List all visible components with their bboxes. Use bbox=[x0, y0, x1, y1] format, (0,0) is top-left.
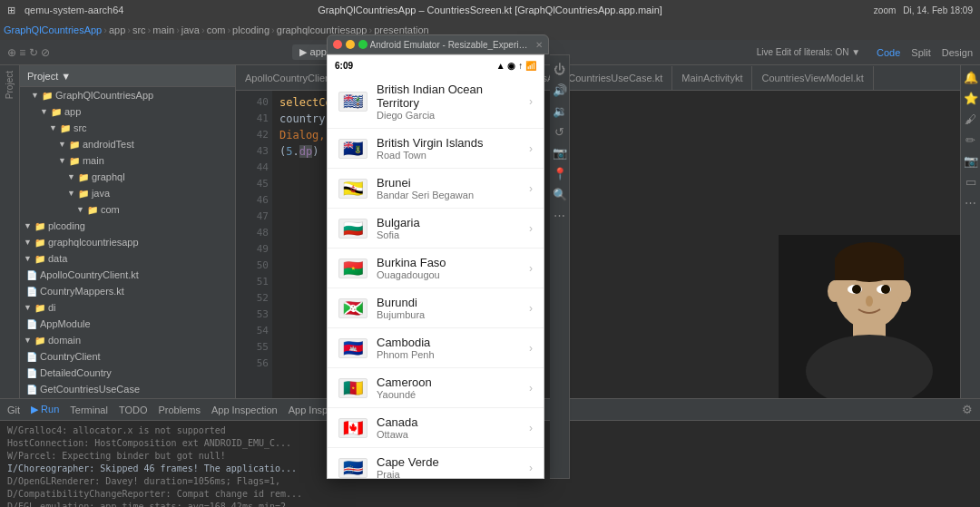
breadcrumb-item-plcoding[interactable]: plcoding bbox=[232, 24, 270, 35]
country-list-item[interactable]: 🇨🇲 Cameroon Yaoundé › bbox=[328, 368, 544, 408]
split-button[interactable]: Split bbox=[911, 47, 930, 58]
run-tab[interactable]: ▶ Run bbox=[31, 404, 59, 415]
tree-item-label: java bbox=[92, 188, 110, 199]
country-list-item[interactable]: 🇧🇬 Bulgaria Sofia › bbox=[328, 209, 544, 249]
mac-bar-right: zoom Di, 14. Feb 18:09 bbox=[874, 5, 973, 15]
bookmark-icon[interactable]: ⭐ bbox=[964, 92, 978, 105]
emulator-close-icon[interactable]: ✕ bbox=[535, 40, 543, 50]
git-tab[interactable]: Git bbox=[7, 405, 20, 415]
breadcrumb-item-com[interactable]: com bbox=[207, 24, 226, 35]
breadcrumb-item-src[interactable]: src bbox=[132, 24, 146, 35]
tree-item[interactable]: 📄ApolloCountryClient.kt bbox=[20, 267, 235, 283]
country-list-item[interactable]: 🇨🇻 Cape Verde Praia › bbox=[328, 448, 544, 479]
power-icon[interactable]: ⏻ bbox=[554, 63, 565, 76]
tree-item[interactable]: 📄CountryClient bbox=[20, 348, 235, 365]
tree-item[interactable]: ▼📁data bbox=[20, 250, 235, 267]
minimize-button[interactable] bbox=[346, 40, 355, 49]
country-chevron-icon: › bbox=[529, 422, 533, 434]
tree-item[interactable]: ▼📁graphql bbox=[20, 169, 235, 185]
project-tool-icon[interactable]: Project bbox=[5, 71, 15, 99]
todo-tab[interactable]: TODO bbox=[119, 405, 148, 415]
country-list-item[interactable]: 🇮🇴 British Indian Ocean Territory Diego … bbox=[328, 75, 544, 129]
location-icon[interactable]: 📍 bbox=[553, 167, 567, 180]
tree-item[interactable]: 📄GetCountriesUseCase bbox=[20, 381, 235, 397]
country-list-item[interactable]: 🇻🇬 British Virgin Islands Road Town › bbox=[328, 129, 544, 169]
tree-arrow: ▼ bbox=[40, 107, 48, 116]
country-name: British Virgin Islands bbox=[377, 136, 520, 150]
editor-tab[interactable]: CountriesViewModel.kt bbox=[752, 66, 873, 90]
layout-icon[interactable]: ▭ bbox=[965, 175, 976, 189]
tree-item-label: DetailedCountry bbox=[40, 367, 112, 378]
tree-item[interactable]: ▼📁domain bbox=[20, 332, 235, 348]
tree-item[interactable]: ▼📁androidTest bbox=[20, 136, 235, 152]
country-list-item[interactable]: 🇧🇫 Burkina Faso Ouagadougou › bbox=[328, 249, 544, 288]
country-list[interactable]: 🇮🇴 British Indian Ocean Territory Diego … bbox=[328, 75, 544, 479]
tree-item[interactable]: ▼📁src bbox=[20, 120, 235, 136]
breadcrumb-item-java[interactable]: java bbox=[181, 24, 200, 35]
screenshot-icon[interactable]: 📷 bbox=[553, 146, 567, 160]
more-icon[interactable]: ⋯ bbox=[965, 196, 976, 210]
tree-icon: 📁 bbox=[34, 221, 45, 231]
more-options-icon[interactable]: ⋯ bbox=[554, 209, 565, 222]
country-list-item[interactable]: 🇰🇭 Cambodia Phnom Penh › bbox=[328, 328, 544, 368]
tree-arrow: ▼ bbox=[58, 140, 66, 149]
tree-item[interactable]: ▼📁java bbox=[20, 185, 235, 201]
country-chevron-icon: › bbox=[529, 342, 533, 355]
country-capital: Bujumbura bbox=[377, 309, 520, 320]
tree-item[interactable]: ▼📁di bbox=[20, 299, 235, 316]
tree-item[interactable]: ▼📁com bbox=[20, 201, 235, 218]
window-title: GraphQlCountriesApp – CountriesScreen.kt… bbox=[318, 5, 662, 15]
country-list-item[interactable]: 🇧🇮 Burundi Bujumbura › bbox=[328, 288, 544, 328]
breadcrumb-item-app[interactable]: app bbox=[109, 24, 125, 35]
svg-point-6 bbox=[828, 280, 842, 302]
paint-icon[interactable]: 🖌 bbox=[965, 112, 976, 126]
editor-tab[interactable]: MainActivitykt bbox=[672, 66, 752, 90]
tree-icon: 📁 bbox=[34, 238, 45, 248]
zoom-icon[interactable]: 🔍 bbox=[553, 188, 567, 201]
close-button[interactable] bbox=[333, 40, 342, 49]
country-chevron-icon: › bbox=[529, 222, 533, 235]
country-info: British Indian Ocean Territory Diego Gar… bbox=[377, 83, 520, 121]
tree-item-label: GetCountriesUseCase bbox=[40, 384, 140, 395]
tree-item[interactable]: 📄CountryMappers.kt bbox=[20, 283, 235, 299]
settings-icon[interactable]: ⚙ bbox=[962, 403, 973, 416]
country-flag: 🇧🇮 bbox=[338, 298, 368, 318]
country-list-item[interactable]: 🇨🇦 Canada Ottawa › bbox=[328, 408, 544, 448]
tree-item[interactable]: 📄AppModule bbox=[20, 316, 235, 332]
country-flag: 🇨🇻 bbox=[338, 458, 368, 478]
country-capital: Ouagadougou bbox=[377, 269, 520, 280]
code-button[interactable]: Code bbox=[877, 47, 900, 58]
country-chevron-icon: › bbox=[529, 95, 533, 108]
camera-icon[interactable]: 📷 bbox=[964, 154, 978, 168]
tree-arrow: ▼ bbox=[31, 91, 39, 100]
country-name: Cambodia bbox=[377, 336, 520, 349]
tree-item[interactable]: ▼📁app bbox=[20, 103, 235, 120]
terminal-tab[interactable]: Terminal bbox=[70, 405, 108, 415]
tree-item[interactable]: ▼📁GraphQlCountriesApp bbox=[20, 87, 235, 103]
country-capital: Sofia bbox=[377, 229, 520, 240]
tree-arrow: ▼ bbox=[24, 303, 32, 312]
eraser-icon[interactable]: ✏ bbox=[965, 133, 975, 147]
maximize-button[interactable] bbox=[358, 40, 368, 49]
live-edit-label[interactable]: Live Edit of literals: ON ▼ bbox=[757, 47, 860, 57]
app-inspection-tab[interactable]: App Inspection bbox=[211, 405, 278, 415]
tree-arrow: ▼ bbox=[67, 189, 75, 198]
rotate-icon[interactable]: ↺ bbox=[554, 125, 564, 139]
problems-tab[interactable]: Problems bbox=[158, 405, 200, 415]
tree-item[interactable]: ▼📁graphqlcountriesapp bbox=[20, 234, 235, 250]
volume-down-icon[interactable]: 🔉 bbox=[553, 104, 567, 118]
status-time: 6:09 bbox=[335, 61, 353, 71]
emulator-side-controls: ⏻ 🔊 🔉 ↺ 📷 📍 🔍 ⋯ bbox=[550, 54, 570, 479]
tree-item[interactable]: ▼📁main bbox=[20, 152, 235, 169]
notifications-icon[interactable]: 🔔 bbox=[964, 71, 978, 84]
country-list-item[interactable]: 🇧🇳 Brunei Bandar Seri Begawan › bbox=[328, 169, 544, 209]
breadcrumb-item-main[interactable]: main bbox=[152, 24, 174, 35]
breadcrumb-item-0[interactable]: GraphQlCountriesApp bbox=[4, 24, 102, 35]
tree-item-label: androidTest bbox=[83, 139, 134, 150]
tree-item[interactable]: 📄DetailedCountry bbox=[20, 365, 235, 381]
volume-up-icon[interactable]: 🔊 bbox=[553, 83, 567, 97]
tree-item[interactable]: ▼📁plcoding bbox=[20, 218, 235, 234]
design-button[interactable]: Design bbox=[942, 47, 973, 58]
country-info: Cape Verde Praia bbox=[377, 455, 520, 479]
country-capital: Bandar Seri Begawan bbox=[377, 190, 520, 200]
